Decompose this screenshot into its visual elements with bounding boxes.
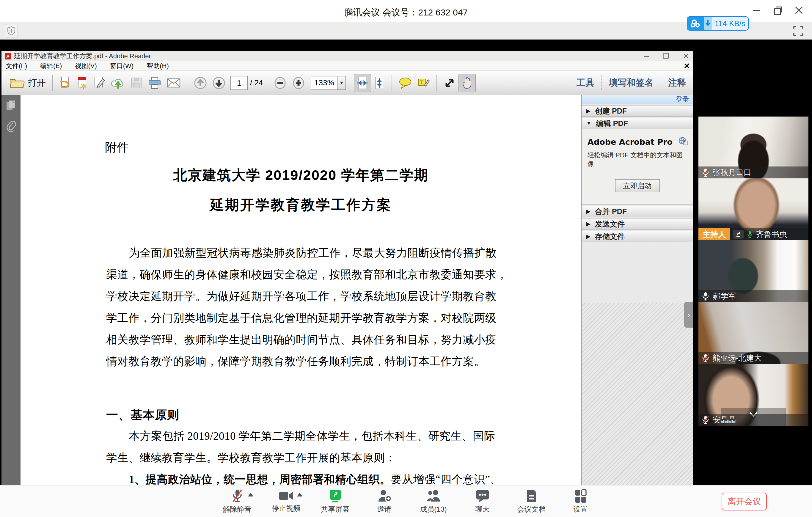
- adobe-toolbar: 打开 1 / 24: [1, 71, 693, 95]
- network-speed: 114 KB/s: [712, 19, 748, 28]
- meeting-docs-button[interactable]: 会议文档: [507, 486, 556, 517]
- invite-person-icon: [377, 489, 392, 503]
- fullscreen-icon[interactable]: [792, 25, 804, 37]
- fit-width-button[interactable]: [354, 74, 371, 92]
- settings-button[interactable]: 设置: [556, 486, 605, 517]
- page-number-input[interactable]: 1: [230, 76, 248, 90]
- video-options-caret-icon[interactable]: [297, 493, 302, 496]
- zoom-in-button[interactable]: [289, 74, 308, 92]
- mic-muted-icon: [231, 489, 243, 503]
- video-tile-2[interactable]: 主持人 齐鲁书虫: [698, 178, 808, 240]
- video-tile-3[interactable]: 郝学军: [698, 240, 808, 302]
- page-down-icon: [212, 77, 225, 89]
- panel-section-store-files[interactable]: ▶ 存储文件: [582, 231, 693, 242]
- panel-section-create-pdf[interactable]: ▶ 创建 PDF: [582, 105, 693, 117]
- tab-fill-sign[interactable]: 填写和签名: [602, 77, 661, 89]
- participant-labelbar: 安晶晶: [698, 414, 808, 426]
- adobe-restore-icon[interactable]: ❐: [663, 52, 669, 61]
- camera-icon: [279, 490, 294, 502]
- comment-button[interactable]: [396, 74, 415, 92]
- leave-meeting-button[interactable]: 离开会议: [722, 493, 767, 511]
- cloud-upload-button[interactable]: [108, 74, 128, 92]
- doc-paragraph-line: 本方案包括 2019/2010 学年第二学期全体学生，包括本科生、研究生、国际: [106, 429, 501, 443]
- menu-window[interactable]: 窗口(W): [110, 61, 134, 70]
- sign-pencil-icon: [94, 77, 106, 89]
- invite-button[interactable]: 邀请: [360, 486, 409, 517]
- video-tile-4[interactable]: 熊亚选-北建大: [698, 302, 808, 364]
- settings-grid-icon: [574, 489, 587, 503]
- panel-section-merge-pdf[interactable]: ▶ 合并 PDF: [582, 206, 693, 217]
- participant-name: 齐鲁书虫: [756, 229, 787, 240]
- fit-height-button[interactable]: [371, 74, 388, 92]
- members-button[interactable]: 成员(13): [409, 486, 458, 517]
- network-indicator[interactable]: 114 KB/s: [687, 16, 749, 31]
- adobe-tools-panel: 登录 ▶ 创建 PDF ▼ 编辑 PDF Adobe Acrobat Pro 轻…: [581, 95, 693, 485]
- close-icon[interactable]: [795, 6, 804, 15]
- video-tile-1[interactable]: 张秋月口口: [698, 117, 808, 178]
- create-pdf-button[interactable]: [74, 74, 91, 92]
- panel-section-send-files[interactable]: ▶ 发送文件: [582, 218, 693, 230]
- shield-plus-icon[interactable]: [5, 24, 18, 38]
- doc-paragraph-line: 学生、继续教育学生。学校教育教学工作开展的基本原则：: [106, 451, 501, 465]
- menu-view[interactable]: 视图(V): [75, 61, 97, 70]
- zoom-out-button[interactable]: [271, 74, 289, 92]
- participant-name: 安晶晶: [713, 415, 736, 425]
- chat-button[interactable]: 聊天: [458, 486, 507, 517]
- menu-help[interactable]: 帮助(H): [147, 61, 169, 70]
- create-pdf-icon: [77, 77, 88, 89]
- participant-labelbar: 郝学军: [698, 290, 808, 302]
- adobe-minimize-icon[interactable]: ─: [644, 52, 649, 61]
- video-tile-5[interactable]: 安晶晶: [698, 364, 808, 426]
- convert-button[interactable]: [57, 74, 74, 92]
- mic-muted-icon: [701, 353, 710, 363]
- pdf-file-icon: [4, 53, 11, 60]
- minimize-icon[interactable]: [752, 6, 761, 15]
- open-button[interactable]: 打开: [7, 74, 49, 92]
- next-page-button[interactable]: [210, 74, 228, 92]
- fit-height-icon: [374, 77, 385, 89]
- panel-collapse-handle[interactable]: ›: [684, 302, 693, 327]
- doc-item1-rest: 要从增强“四个意识”、: [391, 473, 501, 485]
- participant-labelbar: 张秋月口口: [698, 167, 808, 178]
- fullscreen-mode-button[interactable]: [441, 74, 459, 92]
- meeting-toolbar: 解除静音 停止视频 共享屏幕 邀请 成员(13) 聊天 会议文档: [0, 485, 812, 517]
- panel-section-edit-pdf[interactable]: ▼ 编辑 PDF: [582, 118, 693, 129]
- members-icon: [426, 489, 441, 503]
- share-screen-button[interactable]: 共享屏幕: [311, 486, 360, 517]
- highlight-button[interactable]: T: [415, 74, 433, 92]
- print-button[interactable]: [145, 74, 164, 92]
- print-icon: [148, 77, 162, 89]
- highlight-icon: T: [417, 77, 430, 89]
- adobe-close-icon[interactable]: ✕: [683, 52, 689, 61]
- save-button[interactable]: [128, 74, 145, 92]
- tab-comment[interactable]: 注释: [661, 77, 693, 89]
- sign-in-link[interactable]: 登录: [582, 95, 693, 104]
- cloud-upload-icon: [111, 77, 125, 89]
- menu-file[interactable]: 文件(F): [6, 61, 27, 70]
- pdf-document-area[interactable]: 附件 北京建筑大学 2019/2020 学年第二学期 延期开学教育教学工作方案 …: [21, 95, 581, 485]
- launch-now-button[interactable]: 立即启动: [615, 179, 660, 192]
- stop-video-button[interactable]: 停止视频: [262, 486, 311, 517]
- doc-title-line2: 延期开学教育教学工作方案: [21, 196, 581, 214]
- doc-paragraph-line: 情对教育教学的影响，保障学期教育教学任务顺利完成，特制订本工作方案。: [106, 354, 501, 369]
- email-button[interactable]: [164, 74, 183, 92]
- mic-on-icon: [701, 292, 710, 300]
- hand-tool-button[interactable]: [459, 74, 476, 92]
- attachments-paperclip-icon[interactable]: [1, 116, 21, 137]
- email-icon: [167, 78, 180, 88]
- menu-edit[interactable]: 编辑(E): [40, 61, 62, 70]
- tab-tools[interactable]: 工具: [570, 77, 602, 89]
- participant-name: 郝学军: [713, 291, 736, 301]
- participant-labelbar: 主持人 齐鲁书虫: [698, 228, 808, 240]
- restore-icon[interactable]: [773, 6, 782, 15]
- zoom-out-icon: [273, 77, 287, 89]
- page-thumbnails-icon[interactable]: [1, 95, 21, 116]
- document-close-icon[interactable]: ✕: [684, 62, 690, 70]
- doc-paragraph-line: 1、提高政治站位，统一思想，周密部署和精心组织。要从增强“四个意识”、: [106, 472, 501, 485]
- mic-options-caret-icon[interactable]: [248, 493, 253, 496]
- share-screen-icon: [328, 489, 343, 503]
- previous-page-button[interactable]: [191, 74, 210, 92]
- unmute-button[interactable]: 解除静音: [212, 486, 262, 517]
- sign-button[interactable]: [91, 74, 108, 92]
- zoom-level-select[interactable]: 133% ▼: [311, 76, 346, 90]
